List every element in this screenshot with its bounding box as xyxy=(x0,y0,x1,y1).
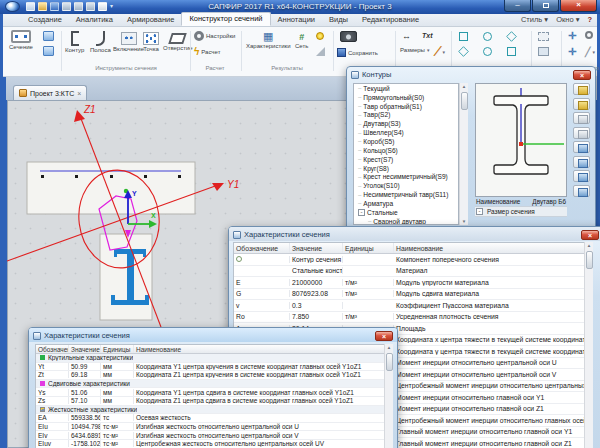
geometry-cylinder-button[interactable] xyxy=(483,47,492,56)
contour-tree-item[interactable]: –Тавр(S2) xyxy=(354,111,458,120)
group-row[interactable]: Жесткостные характеристики xyxy=(36,406,392,415)
tree-scrollbar[interactable]: ▲ ▼ xyxy=(459,83,468,225)
apply-contour-button[interactable] xyxy=(573,141,590,153)
column-header[interactable]: Наименование xyxy=(134,345,392,353)
menu-tab[interactable]: Создание xyxy=(21,14,69,26)
table-row[interactable]: Zs57.10ммКоордината Z1 центра сдвига в с… xyxy=(36,397,392,406)
menu-tab[interactable]: Конструктор сечений xyxy=(181,12,270,26)
contour-tree-item[interactable]: –Круг(S8) xyxy=(354,164,458,173)
dimension-icon-button[interactable]: ↔ xyxy=(402,32,411,41)
table-row[interactable]: EIuv-1758.102071тс·м²Центробежная жестко… xyxy=(36,440,392,448)
add-contour-button[interactable] xyxy=(573,83,590,95)
inclusion-button[interactable]: Включение xyxy=(113,32,144,52)
light-button[interactable] xyxy=(316,32,324,40)
contour-tree-item[interactable]: –Уголок(S10) xyxy=(354,181,458,190)
geometry-plane-button[interactable] xyxy=(507,47,516,56)
menu-right-item[interactable]: Окно ▾ xyxy=(556,15,579,24)
block-create-button[interactable] xyxy=(538,32,549,41)
collab-copy-button[interactable]: ✛ xyxy=(568,47,576,57)
menu-tab[interactable]: Аналитика xyxy=(69,14,120,26)
geometry-prism-button[interactable] xyxy=(507,32,516,41)
contours-close-button[interactable]: × xyxy=(573,70,591,80)
block-insert-button[interactable] xyxy=(538,47,549,56)
column-header[interactable]: Единицы xyxy=(101,345,134,353)
contour-tree-item[interactable]: –Несимметричный тавр(S11) xyxy=(354,190,458,199)
column-header[interactable]: Единицы xyxy=(343,243,394,253)
contour-tree-item[interactable]: -Стальные xyxy=(354,208,458,217)
front-window-titlebar[interactable]: Характеристики сечения × xyxy=(29,328,397,342)
table-row[interactable]: G8076923.08т/м²Модуль сдвига материала xyxy=(234,289,592,301)
menu-tab[interactable]: Аннотации xyxy=(271,14,323,26)
scroll-thumb[interactable] xyxy=(461,92,468,110)
fit-vertical-button[interactable] xyxy=(573,185,590,197)
column-header[interactable]: Обозначение xyxy=(234,243,290,253)
contour-tree-item[interactable]: –Текущий xyxy=(354,84,458,93)
collab-move-button[interactable]: ✛ xyxy=(568,31,576,41)
scroll-thumb[interactable] xyxy=(586,251,593,269)
minimize-button[interactable]: – xyxy=(504,0,531,12)
column-header[interactable]: Значение xyxy=(69,345,101,353)
geometry-box-button[interactable] xyxy=(459,32,468,41)
column-header[interactable]: Обозначение xyxy=(36,345,69,353)
settings-button[interactable]: Настройки xyxy=(194,31,235,41)
back-table-scrollbar[interactable]: ▲ ▼ xyxy=(584,242,593,448)
contour-tree-item[interactable]: –Прямоугольный(S0) xyxy=(354,93,458,102)
fit-horizontal-button[interactable] xyxy=(573,170,590,182)
calculate-button[interactable]: ϟ Расчет xyxy=(194,47,220,57)
group-row[interactable]: Сдвиговые характеристики xyxy=(36,380,392,389)
scroll-down-icon[interactable]: ▼ xyxy=(462,218,466,225)
tab-close-icon[interactable]: × xyxy=(77,90,81,97)
scroll-up-icon[interactable]: ▲ xyxy=(387,344,391,351)
section-name-row[interactable]: Наименование Двутавр Б6 xyxy=(475,197,567,207)
table-row[interactable]: Контур сеченияКомпонент поперечного сече… xyxy=(234,254,592,266)
geometry-sphere-button[interactable] xyxy=(483,32,492,41)
copy-contour-button[interactable] xyxy=(573,98,590,110)
table-row[interactable]: Zt69.18ммКоордината Z1 центра кручения в… xyxy=(36,371,392,380)
table-row[interactable]: EIv6434.689130тс·м²Изгибная жесткость от… xyxy=(36,431,392,440)
tree-expander-icon[interactable]: - xyxy=(358,209,365,216)
menu-right-item[interactable]: ? xyxy=(587,15,592,24)
front-close-button[interactable]: × xyxy=(375,331,393,341)
section-button[interactable]: Сечение xyxy=(9,30,33,50)
measure-button[interactable] xyxy=(316,47,325,56)
duplicate-contour-button[interactable] xyxy=(573,127,590,139)
column-header[interactable]: Наименование xyxy=(394,243,592,253)
contour-tree-item[interactable]: –Швеллер(S4) xyxy=(354,128,458,137)
column-header[interactable]: Значение xyxy=(290,243,343,253)
table-row[interactable]: Yt50.99ммКоордината Y1 центра кручения в… xyxy=(36,363,392,372)
characteristics-button[interactable]: ▦ Характеристики xyxy=(246,31,291,49)
menu-tab[interactable]: Армирование xyxy=(120,14,181,26)
table-row[interactable]: E21000000т/м²Модуль упругости материала xyxy=(234,277,592,289)
geometry-cone-button[interactable] xyxy=(459,47,468,56)
close-button[interactable]: × xyxy=(560,0,597,12)
scroll-thumb[interactable] xyxy=(386,353,393,371)
dimensions-button[interactable]: Размеры ▾ xyxy=(400,47,429,53)
menu-right-item[interactable]: Стиль ▾ xyxy=(521,15,548,24)
strip-button[interactable]: Полоса xyxy=(90,31,111,53)
contours-window-titlebar[interactable]: Контуры × xyxy=(347,67,595,81)
collab-line-button[interactable]: ╱▾ xyxy=(585,47,595,57)
section-size-row[interactable]: - Размер сечения xyxy=(475,207,567,217)
contour-tree-item[interactable]: –Крест несимметричный(S9) xyxy=(354,172,458,181)
collab-sync-button[interactable] xyxy=(585,31,593,39)
group-row[interactable]: Крутильные характеристики xyxy=(36,354,392,363)
mesh-button[interactable]: # Сеть xyxy=(295,32,308,49)
back-window-titlebar[interactable]: Характеристики сечения × xyxy=(229,227,600,241)
pencil-button[interactable]: ╱ ▾ xyxy=(435,47,445,56)
material-button[interactable] xyxy=(573,156,590,168)
table-row[interactable]: EA559338.56591тсОсевая жесткость xyxy=(36,414,392,423)
back-close-button[interactable]: × xyxy=(581,230,599,240)
maximize-button[interactable] xyxy=(532,0,559,12)
section-extra-button-1[interactable] xyxy=(43,31,54,41)
table-row[interactable]: Стальные конструкцииМатериал xyxy=(234,266,592,278)
document-tab[interactable]: Проект 3:КТС × xyxy=(13,85,87,100)
table-row[interactable]: v0.3Коэффициент Пуассона материала xyxy=(234,300,592,312)
contour-tree-item[interactable]: –Сварной двутавр xyxy=(354,217,458,225)
contour-tree-item[interactable]: –Двутавр(S3) xyxy=(354,119,458,128)
hole-button[interactable]: Отверстие xyxy=(163,33,193,51)
paste-contour-button[interactable] xyxy=(573,112,590,124)
menu-tab[interactable]: Редактирование xyxy=(355,14,426,26)
menu-tab[interactable]: Виды xyxy=(322,14,355,26)
scroll-up-icon[interactable]: ▲ xyxy=(462,83,466,90)
table-row[interactable]: Ys51.06ммКоордината Y1 центра сдвига в с… xyxy=(36,388,392,397)
